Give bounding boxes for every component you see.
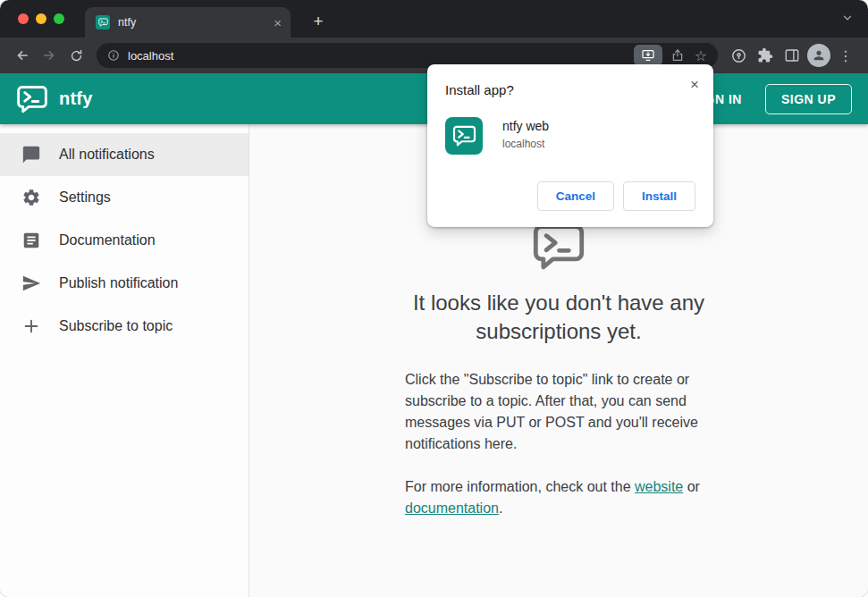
browser-tab-ntfy[interactable]: ntfy × bbox=[85, 7, 291, 38]
side-panel-icon[interactable] bbox=[779, 42, 805, 69]
sidebar-item-documentation[interactable]: Documentation bbox=[0, 219, 249, 262]
sidebar-item-label: All notifications bbox=[59, 147, 155, 163]
gear-icon bbox=[21, 187, 42, 208]
tab-strip: ntfy × + bbox=[0, 0, 868, 38]
tab-search-chevron-icon[interactable] bbox=[841, 12, 854, 28]
browser-menu-kebab-icon[interactable]: ⋮ bbox=[832, 42, 859, 69]
password-extension-icon[interactable] bbox=[725, 42, 752, 69]
close-window-button[interactable] bbox=[18, 13, 29, 24]
sidebar-item-subscribe-to-topic[interactable]: Subscribe to topic bbox=[0, 305, 249, 348]
dialog-close-icon[interactable]: × bbox=[690, 77, 699, 92]
ntfy-favicon-icon bbox=[96, 15, 110, 29]
reload-icon[interactable] bbox=[63, 42, 89, 69]
sidebar: All notifications Settings Documentation… bbox=[0, 124, 249, 597]
more-info-text: . bbox=[499, 500, 502, 516]
extensions-puzzle-icon[interactable] bbox=[752, 42, 779, 69]
url-text: localhost bbox=[128, 49, 634, 63]
sidebar-item-settings[interactable]: Settings bbox=[0, 176, 249, 219]
empty-state-heading: It looks like you don't have any subscri… bbox=[413, 289, 704, 347]
app-title: ntfy bbox=[59, 88, 92, 109]
sidebar-item-label: Documentation bbox=[59, 232, 156, 248]
sidebar-item-label: Settings bbox=[59, 189, 111, 206]
empty-state-paragraph: Click the "Subscribe to topic" link to c… bbox=[405, 369, 712, 455]
send-icon bbox=[21, 273, 42, 294]
plus-icon bbox=[21, 315, 42, 337]
site-info-icon[interactable] bbox=[107, 49, 120, 62]
install-button[interactable]: Install bbox=[623, 181, 695, 211]
install-app-dialog: Install app? × ntfy web localhost Cancel… bbox=[427, 64, 713, 227]
tab-title: ntfy bbox=[118, 16, 265, 29]
empty-state-more-info: For more information, check out the webs… bbox=[405, 476, 712, 519]
more-info-text: For more information, check out the bbox=[405, 479, 635, 494]
sign-up-button[interactable]: SIGN UP bbox=[765, 84, 852, 114]
ntfy-app-icon bbox=[445, 117, 483, 155]
dialog-title: Install app? bbox=[445, 82, 695, 97]
dialog-app-name: ntfy web bbox=[502, 119, 549, 133]
profile-avatar[interactable] bbox=[805, 42, 832, 69]
forward-icon[interactable] bbox=[36, 42, 63, 69]
sidebar-item-label: Publish notification bbox=[59, 275, 178, 291]
sidebar-item-label: Subscribe to topic bbox=[59, 318, 173, 334]
window-controls bbox=[18, 13, 64, 24]
back-icon[interactable] bbox=[9, 42, 36, 69]
ntfy-logo-icon bbox=[16, 85, 48, 114]
cancel-button[interactable]: Cancel bbox=[537, 181, 614, 211]
website-link[interactable]: website bbox=[635, 479, 683, 494]
article-icon bbox=[21, 230, 42, 251]
more-info-text: or bbox=[683, 479, 700, 494]
new-tab-button[interactable]: + bbox=[308, 11, 329, 32]
install-app-icon[interactable] bbox=[634, 45, 662, 66]
documentation-link[interactable]: documentation bbox=[405, 500, 499, 516]
terminal-bubble-icon bbox=[532, 223, 586, 274]
browser-window: ntfy × + localhost ☆ bbox=[0, 0, 868, 597]
tab-close-icon[interactable]: × bbox=[274, 16, 282, 29]
person-icon bbox=[807, 44, 830, 67]
zoom-window-button[interactable] bbox=[54, 13, 64, 24]
chat-bubble-icon bbox=[21, 144, 42, 165]
empty-state: It looks like you don't have any subscri… bbox=[249, 223, 868, 519]
dialog-app-origin: localhost bbox=[502, 138, 549, 150]
sidebar-item-publish-notification[interactable]: Publish notification bbox=[0, 262, 249, 305]
minimize-window-button[interactable] bbox=[36, 13, 46, 24]
sidebar-item-all-notifications[interactable]: All notifications bbox=[0, 133, 249, 176]
